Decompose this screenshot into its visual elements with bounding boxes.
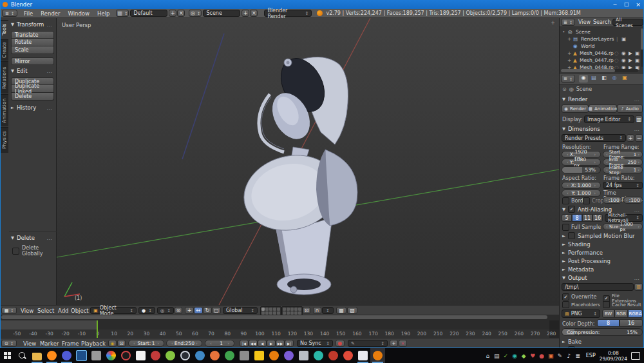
- shading-select[interactable]: ●↕: [138, 307, 155, 314]
- tab-world[interactable]: ◎: [610, 75, 619, 83]
- panel-output-header[interactable]: ▼Output…: [562, 275, 642, 281]
- outliner-row-mesh[interactable]: + ▲ Mesh_0447.rp | ◌ ◉ ▶ ▣: [560, 57, 644, 64]
- pin-icon[interactable]: ⊙: [562, 86, 567, 92]
- manipulator-translate[interactable]: ↔: [194, 307, 203, 314]
- scene-add-button[interactable]: +: [242, 10, 249, 17]
- display-select[interactable]: Image Editor↕: [584, 115, 634, 123]
- play-button[interactable]: ▶: [267, 340, 276, 347]
- antivirus-icon[interactable]: ✓: [502, 353, 510, 359]
- planet-app-icon[interactable]: [193, 348, 207, 363]
- language-indicator[interactable]: ESP: [586, 353, 596, 358]
- start-frame-field[interactable]: Start:1: [128, 340, 164, 347]
- remap-new-field[interactable]: :100: [623, 197, 643, 204]
- full-sample-checkbox[interactable]: [562, 224, 569, 231]
- outliner-hscrollbar[interactable]: [561, 69, 638, 72]
- volume-icon[interactable]: ♪: [565, 353, 573, 359]
- menu-file[interactable]: File: [24, 10, 33, 17]
- restrict-icon[interactable]: ◌: [614, 57, 619, 64]
- start-button[interactable]: [0, 348, 15, 363]
- mode-select[interactable]: ▣ Object Mode↕: [90, 307, 137, 314]
- scene-browse-icon[interactable]: ◎↕: [189, 10, 202, 17]
- viewport-3d[interactable]: User Persp (1) +: [57, 18, 559, 305]
- layout-delete-button[interactable]: ×: [177, 10, 185, 17]
- panel-history-header[interactable]: ► History …: [11, 104, 55, 111]
- duplicate-linked-button[interactable]: Duplicate Linked: [11, 85, 54, 93]
- box-icon[interactable]: ▣: [547, 353, 555, 359]
- menu-search[interactable]: Search: [593, 19, 611, 25]
- auto-keyframe-toggle[interactable]: [336, 340, 345, 347]
- render-opengl-anim-button[interactable]: ▧: [347, 307, 357, 314]
- orange-app-icon[interactable]: [207, 348, 222, 363]
- white-box-app-icon[interactable]: [355, 348, 370, 363]
- outliner-filter-select[interactable]: All Scenes: [612, 19, 643, 26]
- jump-to-start-button[interactable]: |◀: [240, 340, 249, 347]
- menu-view[interactable]: View: [21, 308, 33, 314]
- placeholders-option[interactable]: Placeholders: [562, 301, 600, 308]
- end-frame-field[interactable]: End:250: [166, 340, 202, 347]
- editor-type-button[interactable]: ≡↕: [2, 10, 17, 17]
- preset-remove-button[interactable]: −: [635, 134, 643, 142]
- border-option[interactable]: Bord: [562, 197, 583, 204]
- sync-icon[interactable]: ◉: [511, 353, 519, 359]
- eye-icon[interactable]: ◉: [621, 57, 626, 64]
- camera-render-icon[interactable]: ▣: [635, 57, 639, 64]
- scale-button[interactable]: Scale: [11, 46, 54, 54]
- tab-render-layers[interactable]: ▤: [589, 75, 598, 83]
- pickaxe-app-icon[interactable]: [296, 348, 311, 363]
- network-icon[interactable]: ≣: [574, 353, 582, 359]
- snipping-tool-icon[interactable]: [74, 348, 89, 363]
- color-mode-rgb[interactable]: RGB: [614, 309, 628, 318]
- crop-checkbox[interactable]: [583, 197, 590, 204]
- gray-app-icon[interactable]: [89, 348, 104, 363]
- file-explorer-icon[interactable]: [30, 348, 44, 363]
- panel-performance-header[interactable]: ►Performance: [562, 250, 642, 256]
- panel-post-processing-header[interactable]: ►Post Processing: [562, 258, 642, 264]
- preset-add-button[interactable]: +: [627, 134, 634, 142]
- snap-magnet-toggle[interactable]: ∩: [313, 307, 321, 314]
- purple-app-icon[interactable]: [281, 348, 296, 363]
- render-opengl-button[interactable]: ▦: [336, 307, 346, 314]
- audio-app-icon[interactable]: [267, 348, 281, 363]
- layer-toggle[interactable]: [265, 308, 269, 311]
- search-button[interactable]: [15, 348, 30, 363]
- sync-select[interactable]: No Sync↕: [297, 340, 333, 347]
- orientation-select[interactable]: Global↕: [223, 307, 258, 314]
- color-mode-bw[interactable]: BW: [602, 309, 614, 318]
- cursor-select-icon[interactable]: ▶: [629, 50, 632, 57]
- panel-operator-header[interactable]: ▼ Delete …: [11, 235, 55, 241]
- aa-size-field[interactable]: Size:1.000 px: [603, 223, 643, 230]
- layer-toggle[interactable]: [290, 308, 294, 311]
- layer-toggle[interactable]: [269, 308, 272, 311]
- menu-add[interactable]: Add: [58, 308, 68, 314]
- screen-recorder-icon[interactable]: [118, 348, 133, 363]
- clock[interactable]: 0:08 29/09/2024: [600, 350, 627, 362]
- mirror-button[interactable]: Mirror: [11, 57, 54, 65]
- minimize-button[interactable]: ─: [609, 1, 621, 8]
- editor-type-button[interactable]: ⊙↕: [1, 340, 17, 347]
- region-split-handle[interactable]: +: [551, 20, 555, 26]
- menu-playback[interactable]: Playback: [81, 340, 106, 347]
- menu-select[interactable]: Select: [37, 308, 54, 314]
- tab-render[interactable]: ◉: [579, 75, 588, 83]
- layer-toggle[interactable]: [283, 308, 286, 311]
- green-tree-app-icon[interactable]: [222, 348, 237, 363]
- close-button[interactable]: ×: [632, 1, 644, 8]
- rotate-button[interactable]: Rotate: [11, 39, 54, 46]
- outliner-vscrollbar[interactable]: [641, 28, 643, 67]
- aa-samples-8[interactable]: 8: [572, 214, 582, 222]
- action-center-icon[interactable]: [631, 352, 640, 360]
- expander-icon[interactable]: •: [562, 28, 565, 35]
- aspect-x-field[interactable]: X:1.000: [562, 182, 601, 189]
- menu-render[interactable]: Render: [41, 10, 60, 17]
- layer-toggle[interactable]: [298, 308, 301, 311]
- frame-step-field[interactable]: Frame Step:1: [603, 166, 643, 173]
- aa-samples-11[interactable]: 11: [582, 214, 592, 222]
- menu-frame[interactable]: Frame: [62, 340, 79, 347]
- notes-app-icon[interactable]: [252, 348, 267, 363]
- restrict-icon[interactable]: ◌: [614, 50, 619, 57]
- layer-toggle[interactable]: [287, 308, 290, 311]
- eye-icon[interactable]: ◉: [621, 50, 626, 57]
- lock-to-scene-toggle[interactable]: ⊡: [303, 307, 310, 314]
- overwrite-option[interactable]: ✓Overwrite: [562, 293, 596, 300]
- layout-add-button[interactable]: +: [169, 10, 176, 17]
